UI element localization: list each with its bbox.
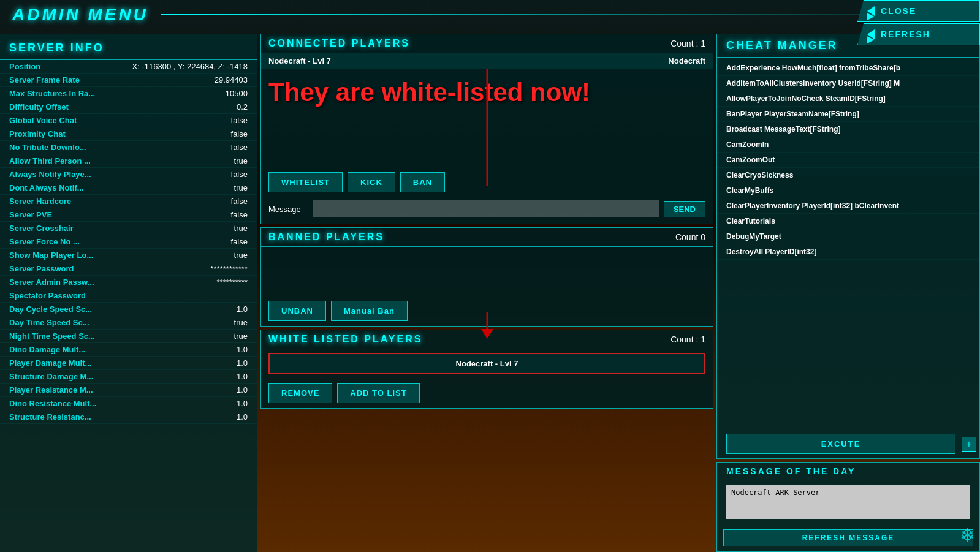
refresh-message-button[interactable]: REFRESH MESSAGE bbox=[723, 529, 973, 546]
info-label: Global Voice Chat bbox=[9, 116, 77, 125]
info-value: true bbox=[234, 331, 248, 341]
server-info-title: SERVER INFO bbox=[0, 37, 257, 60]
info-label: Server PVE bbox=[9, 210, 52, 219]
info-value: 1.0 bbox=[237, 399, 248, 408]
ban-button[interactable]: BAN bbox=[400, 172, 445, 192]
red-arrow-head bbox=[481, 329, 493, 339]
red-arrow-line bbox=[486, 312, 488, 330]
connected-player-row[interactable]: Nodecraft - Lvl 7 Nodecraft bbox=[261, 53, 713, 69]
info-label: Structure Resistanc... bbox=[9, 412, 91, 422]
info-row: Player Damage Mult...1.0 bbox=[0, 357, 257, 370]
middle-panel: CONNECTED PLAYERS Count : 1 Nodecraft - … bbox=[257, 34, 716, 552]
admin-title: ADMIN MENU bbox=[0, 5, 148, 25]
close-triangle-icon: ▶ bbox=[867, 6, 875, 16]
info-value: true bbox=[234, 318, 248, 327]
info-value: true bbox=[234, 183, 248, 192]
whitelist-player-row[interactable]: Nodecraft - Lvl 7 bbox=[268, 353, 705, 374]
player-name: Nodecraft - Lvl 7 bbox=[268, 56, 331, 66]
remove-whitelist-button[interactable]: REMOVE bbox=[268, 383, 332, 403]
server-info-table: PositionX: -116300 , Y: 224684, Z: -1418… bbox=[0, 60, 257, 424]
cheat-item[interactable]: AllowPlayerToJoinNoCheck SteamID[FString… bbox=[717, 91, 979, 107]
info-label: Proximity Chat bbox=[9, 129, 66, 138]
kick-button[interactable]: KICK bbox=[348, 172, 395, 192]
info-row: Dino Damage Mult...1.0 bbox=[0, 343, 257, 357]
cheat-item[interactable]: BanPlayer PlayerSteamName[FString] bbox=[717, 107, 979, 122]
info-row: Server Admin Passw...********** bbox=[0, 276, 257, 289]
cheat-item[interactable]: DestroyAll PlayerID[int32] bbox=[717, 244, 979, 260]
connected-player-actions: WHITELIST KICK BAN bbox=[261, 167, 713, 197]
info-value: 1.0 bbox=[237, 385, 248, 395]
info-row: Global Voice Chatfalse bbox=[0, 114, 257, 127]
cheat-item[interactable]: AddExperience HowMuch[float] fromTribeSh… bbox=[717, 61, 979, 76]
cheat-item[interactable]: ClearCryoSickness bbox=[717, 168, 979, 183]
whitelist-player-name: Nodecraft - Lvl 7 bbox=[456, 359, 518, 368]
header-bar: ADMIN MENU bbox=[0, 0, 980, 29]
info-value: 10500 bbox=[226, 89, 248, 98]
cheat-item[interactable]: ClearTutorials bbox=[717, 214, 979, 229]
main-layout: SERVER INFO PositionX: -116300 , Y: 2246… bbox=[0, 34, 980, 552]
info-row: Max Structures In Ra...10500 bbox=[0, 87, 257, 100]
info-row: Player Resistance M...1.0 bbox=[0, 384, 257, 397]
whitelist-count: Count : 1 bbox=[670, 335, 705, 344]
connected-players-section: CONNECTED PLAYERS Count : 1 Nodecraft - … bbox=[260, 34, 713, 224]
close-label: CLOSE bbox=[881, 6, 916, 16]
info-label: Player Resistance M... bbox=[9, 385, 93, 395]
cheat-item[interactable]: CamZoomOut bbox=[717, 153, 979, 168]
info-value: 1.0 bbox=[237, 372, 248, 381]
cheat-item[interactable]: AddItemToAllClustersInventory UserId[FSt… bbox=[717, 76, 979, 91]
send-button[interactable]: SEND bbox=[664, 201, 705, 217]
info-row: Dont Always Notif...true bbox=[0, 181, 257, 195]
info-value: true bbox=[234, 224, 248, 233]
info-label: Server Hardcore bbox=[9, 197, 71, 206]
cheat-item[interactable]: DebugMyTarget bbox=[717, 229, 979, 244]
info-value: 0.2 bbox=[237, 102, 248, 112]
cheat-item[interactable]: CamZoomIn bbox=[717, 137, 979, 153]
plus-button[interactable]: + bbox=[962, 437, 976, 452]
cheat-item[interactable]: ClearPlayerInventory PlayerId[int32] bCl… bbox=[717, 198, 979, 214]
snowflake-icon: ❄ bbox=[960, 524, 975, 546]
motd-section: MESSAGE OF THE DAY REFRESH MESSAGE bbox=[716, 462, 980, 552]
execute-button[interactable]: EXCUTE bbox=[726, 434, 955, 454]
motd-input[interactable] bbox=[726, 485, 970, 519]
info-value: 1.0 bbox=[237, 358, 248, 368]
info-row: Server Force No ...false bbox=[0, 235, 257, 249]
info-row: Proximity Chatfalse bbox=[0, 127, 257, 141]
info-row: Dino Resistance Mult...1.0 bbox=[0, 397, 257, 410]
close-button[interactable]: ▶ CLOSE bbox=[857, 0, 980, 22]
info-row: Server Frame Rate29.94403 bbox=[0, 74, 257, 87]
info-value: false bbox=[231, 197, 248, 206]
info-row: Night Time Speed Sc...true bbox=[0, 330, 257, 343]
info-label: Dino Resistance Mult... bbox=[9, 399, 96, 408]
refresh-button[interactable]: ▶ REFRESH bbox=[857, 23, 980, 45]
cheat-item[interactable]: Broadcast MessageText[FString] bbox=[717, 122, 979, 137]
info-value: false bbox=[231, 210, 248, 219]
info-value: 29.94403 bbox=[215, 75, 248, 85]
info-row: Server Password************ bbox=[0, 262, 257, 276]
whitelist-button[interactable]: WHITELIST bbox=[268, 172, 343, 192]
banned-players-count: Count 0 bbox=[675, 232, 705, 242]
whitelist-actions: REMOVE ADD TO LIST bbox=[261, 378, 713, 408]
refresh-triangle-icon: ▶ bbox=[867, 29, 875, 39]
motd-title: MESSAGE OF THE DAY bbox=[717, 463, 979, 480]
info-value: ********** bbox=[216, 278, 248, 287]
message-row: Message SEND bbox=[261, 197, 713, 224]
info-label: Difficulty Offset bbox=[9, 102, 69, 112]
whitelist-title: WHITE LISTED PLAYERS bbox=[268, 334, 422, 345]
whitelist-section: WHITE LISTED PLAYERS Count : 1 Nodecraft… bbox=[260, 330, 713, 409]
cheat-item[interactable]: ClearMyBuffs bbox=[717, 183, 979, 198]
info-label: Position bbox=[9, 62, 40, 71]
cheat-list: AddExperience HowMuch[float] fromTribeSh… bbox=[717, 58, 979, 429]
info-label: Dino Damage Mult... bbox=[9, 345, 85, 354]
message-input[interactable] bbox=[313, 200, 659, 217]
unban-button[interactable]: UNBAN bbox=[268, 301, 326, 321]
info-row: No Tribute Downlo...false bbox=[0, 141, 257, 154]
connected-players-count: Count : 1 bbox=[670, 39, 705, 48]
add-to-list-button[interactable]: ADD TO LIST bbox=[337, 383, 419, 403]
info-label: Spectator Password bbox=[9, 291, 86, 300]
info-label: Structure Damage M... bbox=[9, 372, 93, 381]
info-label: Player Damage Mult... bbox=[9, 358, 91, 368]
right-panel: CHEAT MANGER AddExperience HowMuch[float… bbox=[716, 34, 980, 552]
manual-ban-button[interactable]: Manual Ban bbox=[331, 301, 408, 321]
banned-players-title: BANNED PLAYERS bbox=[268, 232, 384, 243]
player-tribe: Nodecraft bbox=[668, 56, 705, 66]
